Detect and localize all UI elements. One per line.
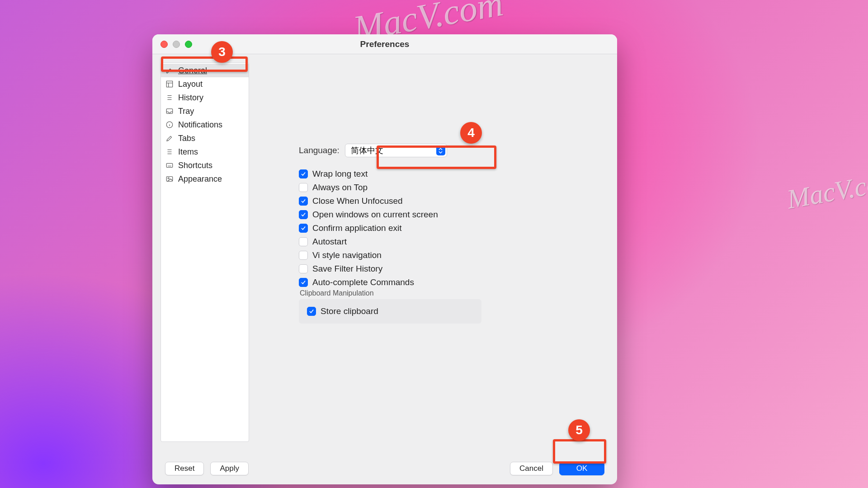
checkbox[interactable] bbox=[299, 237, 308, 246]
watermark-text: MacV.co bbox=[785, 169, 868, 216]
checkbox-label: Auto-complete Commands bbox=[312, 277, 414, 287]
sidebar-item-label: Tray bbox=[178, 107, 194, 116]
checkbox-row: Store clipboard bbox=[307, 306, 473, 316]
chevron-updown-icon bbox=[436, 145, 445, 155]
callout-marker-3: 3 bbox=[211, 41, 233, 63]
sidebar-item-history[interactable]: History bbox=[161, 91, 249, 104]
checkbox[interactable] bbox=[299, 169, 308, 178]
checkbox-label: Confirm application exit bbox=[312, 223, 401, 233]
sidebar-item-appearance[interactable]: Appearance bbox=[161, 172, 249, 186]
checkbox-label: Always on Top bbox=[312, 183, 368, 192]
checkbox[interactable] bbox=[299, 224, 308, 233]
sidebar-item-label: General bbox=[178, 66, 207, 75]
layout-icon bbox=[165, 80, 174, 88]
checkbox-row: Confirm application exit bbox=[299, 223, 609, 233]
svg-point-5 bbox=[168, 178, 169, 179]
checkbox-row: Save Filter History bbox=[299, 264, 609, 274]
language-label: Language: bbox=[299, 145, 340, 155]
sidebar-item-label: Items bbox=[178, 147, 198, 157]
sidebar: General Layout History Tray bbox=[160, 62, 249, 442]
sidebar-item-label: History bbox=[178, 93, 203, 103]
checkbox-row: Vi style navigation bbox=[299, 250, 609, 260]
checkbox-label: Store clipboard bbox=[321, 306, 378, 316]
checkbox-label: Autostart bbox=[312, 237, 347, 247]
tray-icon bbox=[165, 107, 174, 115]
checkbox-row: Close When Unfocused bbox=[299, 196, 609, 206]
reset-button[interactable]: Reset bbox=[165, 462, 204, 475]
checkbox[interactable] bbox=[299, 210, 308, 219]
general-panel: Language: 简体中文 Wrap long textAlways on T… bbox=[249, 62, 609, 453]
preferences-window: Preferences General Layout History bbox=[152, 34, 617, 484]
info-icon bbox=[165, 121, 174, 129]
sidebar-item-tabs[interactable]: Tabs bbox=[161, 131, 249, 145]
clipboard-group: Store clipboard bbox=[299, 299, 481, 324]
image-icon bbox=[165, 175, 174, 183]
checkbox[interactable] bbox=[299, 197, 308, 206]
sidebar-item-label: Layout bbox=[178, 80, 203, 89]
checkbox-label: Open windows on current screen bbox=[312, 210, 438, 220]
language-value: 简体中文 bbox=[351, 145, 383, 156]
clipboard-group-label: Clipboard Manipulation bbox=[300, 289, 609, 297]
checkbox-row: Wrap long text bbox=[299, 169, 609, 179]
sidebar-item-general[interactable]: General bbox=[161, 64, 249, 77]
checkbox[interactable] bbox=[299, 264, 308, 273]
svg-rect-4 bbox=[166, 177, 173, 182]
sidebar-item-layout[interactable]: Layout bbox=[161, 77, 249, 91]
apply-button[interactable]: Apply bbox=[210, 462, 249, 475]
checkbox[interactable] bbox=[299, 278, 308, 287]
callout-marker-4: 4 bbox=[460, 122, 482, 144]
ok-button[interactable]: OK bbox=[559, 462, 604, 475]
checkbox[interactable] bbox=[299, 183, 308, 192]
svg-rect-3 bbox=[166, 164, 173, 168]
list-icon bbox=[165, 148, 174, 156]
checkbox-list: Wrap long textAlways on TopClose When Un… bbox=[299, 169, 609, 287]
checkbox-row: Autostart bbox=[299, 237, 609, 247]
sidebar-item-notifications[interactable]: Notifications bbox=[161, 118, 249, 131]
wrench-icon bbox=[165, 66, 174, 75]
checkbox-label: Vi style navigation bbox=[312, 250, 382, 260]
checkbox-label: Close When Unfocused bbox=[312, 196, 403, 206]
checkbox-row: Always on Top bbox=[299, 183, 609, 192]
checkbox[interactable] bbox=[299, 251, 308, 260]
sidebar-item-label: Appearance bbox=[178, 174, 222, 184]
language-select[interactable]: 简体中文 bbox=[345, 144, 447, 157]
checkbox-row: Auto-complete Commands bbox=[299, 277, 609, 287]
list-icon bbox=[165, 94, 174, 102]
sidebar-item-shortcuts[interactable]: Shortcuts bbox=[161, 159, 249, 172]
footer: Reset Apply Cancel OK bbox=[152, 453, 617, 484]
svg-rect-0 bbox=[166, 81, 173, 87]
cancel-button[interactable]: Cancel bbox=[510, 462, 553, 475]
content-area: General Layout History Tray bbox=[152, 54, 617, 453]
sidebar-item-items[interactable]: Items bbox=[161, 145, 249, 159]
pen-icon bbox=[165, 134, 174, 142]
keyboard-icon bbox=[165, 161, 174, 169]
checkbox-row: Open windows on current screen bbox=[299, 210, 609, 220]
sidebar-item-tray[interactable]: Tray bbox=[161, 104, 249, 118]
sidebar-item-label: Notifications bbox=[178, 120, 222, 130]
callout-marker-5: 5 bbox=[568, 419, 590, 441]
sidebar-item-label: Tabs bbox=[178, 134, 195, 143]
sidebar-item-label: Shortcuts bbox=[178, 161, 212, 170]
checkbox-label: Save Filter History bbox=[312, 264, 382, 274]
checkbox-label: Wrap long text bbox=[312, 169, 368, 179]
language-row: Language: 简体中文 bbox=[299, 144, 609, 157]
store-clipboard-checkbox[interactable] bbox=[307, 307, 316, 316]
